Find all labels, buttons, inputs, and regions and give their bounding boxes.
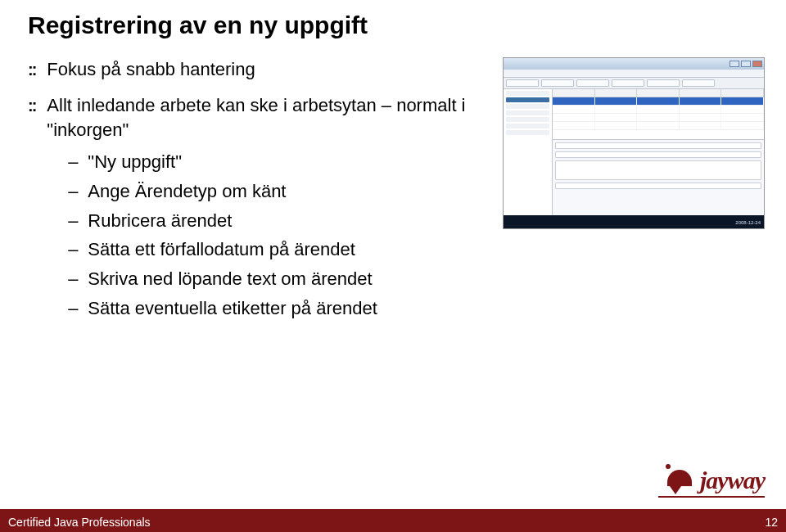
tree-item [506, 91, 549, 96]
sub-item: – "Ny uppgift" [68, 150, 470, 174]
tree-item [506, 124, 549, 128]
toolbar-button [647, 79, 680, 87]
app-body [504, 89, 764, 215]
dash-icon: – [68, 267, 79, 291]
sub-text: Skriva ned löpande text om ärendet [88, 267, 372, 291]
app-screenshot: 2008-12-24 [503, 57, 765, 229]
page-number: 12 [765, 516, 778, 529]
dash-icon: – [68, 150, 79, 174]
minimize-icon [730, 61, 739, 67]
toolbar-button [541, 79, 574, 87]
field [555, 142, 761, 149]
field [555, 183, 761, 189]
window-titlebar [504, 58, 764, 70]
content-area: :: Fokus på snabb hantering :: Allt inle… [28, 57, 470, 321]
toolbar [504, 78, 764, 89]
grid-row [553, 114, 764, 122]
sub-text: Rubricera ärendet [88, 209, 232, 233]
bullet-body: Allt inledande arbete kan ske i arbetsyt… [47, 93, 470, 321]
brand-underline [658, 496, 765, 498]
tree-item [506, 130, 549, 135]
sub-text: Ange Ärendetyp om känt [88, 179, 286, 204]
menubar [504, 70, 764, 78]
tree-item [506, 110, 549, 115]
footer-band: Certified Java Professionals 12 [0, 512, 786, 532]
maximize-icon [741, 61, 751, 67]
grid-row [553, 106, 764, 114]
bullet-text: Allt inledande arbete kan ske i arbetsyt… [47, 93, 470, 142]
field-textarea [555, 160, 761, 180]
main-pane [553, 89, 764, 215]
dash-icon: – [68, 237, 79, 262]
status-time: 2008-12-24 [735, 220, 761, 225]
tree-item [506, 117, 549, 122]
sub-item: – Rubricera ärendet [68, 209, 470, 233]
sub-text: Sätta eventuella etiketter på ärendet [88, 296, 377, 321]
grid-header [553, 89, 764, 97]
bullet-item: :: Fokus på snabb hantering [28, 57, 470, 82]
taskbar: 2008-12-24 [504, 215, 764, 229]
data-grid [553, 89, 764, 140]
sub-item: – Sätta eventuella etiketter på ärendet [68, 296, 470, 321]
close-icon [752, 61, 762, 67]
slide-title: Registrering av en ny uppgift [28, 11, 368, 39]
grid-row [553, 122, 764, 130]
detail-form [553, 140, 764, 215]
sub-text: "Ny uppgift" [88, 150, 182, 174]
toolbar-button [612, 79, 644, 87]
toolbar-button [682, 79, 715, 87]
field [555, 151, 761, 158]
slide-footer: Certified Java Professionals 12 [0, 499, 786, 532]
bullet-item: :: Allt inledande arbete kan ske i arbet… [28, 93, 470, 321]
bullet-text: Fokus på snabb hantering [47, 57, 255, 82]
sub-item: – Ange Ärendetyp om känt [68, 179, 470, 204]
tree-item [506, 104, 549, 109]
sub-item: – Skriva ned löpande text om ärendet [68, 267, 470, 291]
grid-row-selected [553, 97, 764, 106]
nav-tree [504, 89, 553, 215]
dash-icon: – [68, 209, 79, 233]
bullet-symbol: :: [28, 57, 35, 82]
tree-item-selected [506, 97, 549, 102]
sub-item: – Sätta ett förfallodatum på ärendet [68, 237, 470, 262]
dash-icon: – [68, 296, 79, 321]
sub-text: Sätta ett förfallodatum på ärendet [88, 237, 355, 262]
sub-list: – "Ny uppgift" – Ange Ärendetyp om känt … [47, 150, 470, 320]
slide: Registrering av en ny uppgift :: Fokus p… [0, 0, 786, 532]
brand-logo: jayway [662, 460, 765, 494]
toolbar-button [576, 79, 609, 87]
bullet-symbol: :: [28, 93, 35, 118]
footer-text: Certified Java Professionals [8, 516, 151, 529]
dash-icon: – [68, 179, 79, 204]
toolbar-button [506, 79, 539, 87]
logo-mark-icon [662, 460, 697, 494]
brand-name: jayway [700, 467, 765, 494]
